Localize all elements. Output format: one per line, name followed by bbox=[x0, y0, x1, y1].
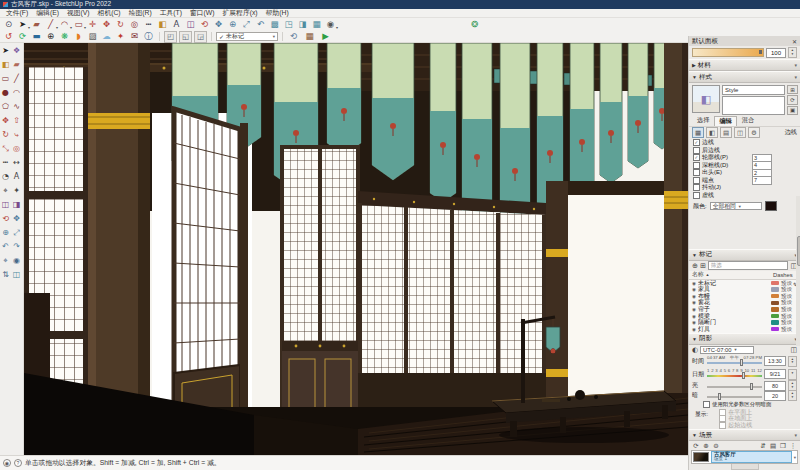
text-tool-icon[interactable]: A bbox=[170, 19, 183, 30]
checkbox-icon[interactable]: ✓ bbox=[693, 139, 700, 146]
line-tool-icon[interactable]: ╱▾ bbox=[44, 19, 57, 30]
scene-item-selected[interactable]: 古风客厅 场景 1 bbox=[711, 451, 792, 463]
utc-select[interactable]: UTC-07:00 ▼ bbox=[700, 346, 754, 354]
style-tab-混合[interactable]: 混合 bbox=[737, 115, 759, 126]
scale-tool-icon[interactable]: ⤡ bbox=[0, 142, 11, 156]
line-tool-icon[interactable]: ╱ bbox=[11, 72, 22, 86]
dark-value-field[interactable]: 20 bbox=[764, 391, 786, 401]
move-tool-icon[interactable]: ✥ bbox=[100, 19, 113, 30]
3d-text-tool-icon[interactable]: ✦ bbox=[11, 184, 22, 198]
plugin-cloud-icon[interactable]: ☁ bbox=[100, 31, 113, 42]
add-scene-icon[interactable]: ⊕ bbox=[702, 442, 710, 450]
hanging-banner[interactable] bbox=[474, 154, 480, 160]
menu-item[interactable]: 扩展程序(x) bbox=[218, 8, 261, 18]
dropdown-caret[interactable]: ▾ bbox=[336, 26, 338, 30]
spinner-control[interactable]: ▴▾ bbox=[788, 390, 797, 401]
visibility-eye-icon[interactable]: ◉ bbox=[692, 307, 696, 312]
hanging-banner[interactable] bbox=[547, 150, 553, 156]
select-tool-icon[interactable]: ➤ bbox=[0, 44, 11, 58]
tag-color-swatch[interactable] bbox=[771, 314, 779, 319]
select-tool-icon[interactable]: ➤▾ bbox=[16, 19, 29, 30]
pan-tool-icon[interactable]: ✥ bbox=[212, 19, 225, 30]
circle-tool-icon[interactable]: ● bbox=[0, 86, 11, 100]
hanging-banner[interactable] bbox=[440, 142, 446, 148]
shapes-tool-icon[interactable]: ▭▾ bbox=[72, 19, 85, 30]
tag-color-swatch[interactable] bbox=[771, 287, 779, 292]
opacity-value-field[interactable]: 100 bbox=[766, 48, 786, 58]
previous-view-icon[interactable]: ↶ bbox=[254, 19, 267, 30]
section-collapse-icon[interactable]: ▾ bbox=[794, 432, 797, 438]
arc-tool-icon[interactable]: ◠▾ bbox=[58, 19, 71, 30]
slider-handle[interactable] bbox=[742, 372, 745, 379]
layers-grid-icon[interactable]: ▦ bbox=[303, 31, 316, 42]
tag-row[interactable]: ◉灯具预设 bbox=[689, 326, 800, 333]
menu-item[interactable]: 文件(F) bbox=[2, 8, 32, 18]
push-pull-tool-icon[interactable]: ✛ bbox=[86, 19, 99, 30]
tape-measure-icon[interactable]: ┅ bbox=[0, 156, 11, 170]
scene-thumb-view-icon[interactable]: ❐ bbox=[779, 442, 787, 450]
zoom-extents-icon[interactable]: ⤢ bbox=[240, 19, 253, 30]
hanging-banner[interactable] bbox=[293, 130, 299, 136]
tag-color-swatch[interactable] bbox=[771, 301, 779, 306]
hanging-banner[interactable] bbox=[608, 130, 614, 136]
menu-item[interactable]: 编辑(E) bbox=[32, 8, 63, 18]
textured-mode-icon[interactable]: ▦ bbox=[310, 19, 323, 30]
close-icon[interactable]: ✕ bbox=[792, 38, 797, 45]
hanging-banner[interactable] bbox=[327, 88, 361, 155]
model-scene[interactable] bbox=[24, 43, 688, 455]
light-slider[interactable] bbox=[707, 381, 762, 390]
plugin-bar-icon[interactable]: ▬ bbox=[30, 31, 43, 42]
date-slider[interactable]: 123456789101112 bbox=[707, 370, 762, 379]
checkbox-icon[interactable] bbox=[693, 147, 700, 154]
tray-scrollbar[interactable] bbox=[796, 196, 800, 346]
walk-tool-icon[interactable]: ⇅ bbox=[0, 268, 11, 282]
look-around-icon[interactable]: ◉ bbox=[11, 254, 22, 268]
update-style-button[interactable]: ⟳ bbox=[787, 95, 798, 104]
refresh-icon[interactable]: ⟲ bbox=[287, 31, 300, 42]
make-component-icon[interactable]: ❖ bbox=[11, 44, 22, 58]
update-scene-icon[interactable]: ⟳ bbox=[692, 442, 700, 450]
axes-tool-icon[interactable]: ⌖ bbox=[0, 184, 11, 198]
modeling-settings-icon[interactable]: ⚙ bbox=[748, 127, 760, 138]
plugin-undo-icon[interactable]: ↺ bbox=[2, 31, 15, 42]
tag-color-swatch[interactable] bbox=[771, 307, 779, 312]
polygon-tool-icon[interactable]: ⬠ bbox=[0, 100, 11, 114]
section-collapse-icon[interactable]: ▾ bbox=[794, 74, 797, 80]
scenes-section-header[interactable]: ▼ 场景 ▾ bbox=[689, 429, 800, 441]
scene-list-view-icon[interactable]: ▤ bbox=[769, 442, 777, 450]
section-fill-icon[interactable]: ◨ bbox=[11, 198, 22, 212]
style-tab-编辑[interactable]: 编辑 bbox=[714, 116, 736, 126]
materials-section-header[interactable]: ▶ 材料 ▾ bbox=[689, 59, 800, 71]
add-tag-folder-icon[interactable]: ⊞ bbox=[700, 262, 706, 270]
tag-color-swatch[interactable] bbox=[771, 294, 779, 299]
tags-dashes-column[interactable]: Dashes bbox=[773, 272, 797, 278]
style-tab-选择[interactable]: 选择 bbox=[692, 115, 714, 126]
time-slider[interactable]: 04:37 AM 中午 07:28 PM bbox=[707, 357, 762, 366]
run-icon[interactable]: ▶ bbox=[319, 31, 332, 42]
shadow-toggle-icon[interactable]: ◐ bbox=[692, 346, 698, 354]
slider-handle[interactable] bbox=[759, 50, 762, 54]
plugin-mail-icon[interactable]: ✉ bbox=[128, 31, 141, 42]
style-description-box[interactable] bbox=[722, 96, 785, 115]
tray-bottom-tab[interactable] bbox=[731, 464, 759, 470]
tag-color-swatch[interactable] bbox=[771, 327, 779, 332]
orbit-tool-icon[interactable]: ⟲ bbox=[0, 212, 11, 226]
previous-view-icon[interactable]: ↶ bbox=[0, 240, 11, 254]
scene-scroll-icon[interactable]: ▾ bbox=[794, 455, 796, 460]
edge-settings-icon[interactable]: ▦ bbox=[692, 127, 704, 138]
edge-color-swatch[interactable] bbox=[765, 201, 777, 211]
remove-scene-icon[interactable]: ⊖ bbox=[712, 442, 720, 450]
plugin-star-icon[interactable]: ✦ bbox=[114, 31, 127, 42]
orbit-tool-icon[interactable]: ⟲ bbox=[198, 19, 211, 30]
pan-tool-icon[interactable]: ✥ bbox=[11, 212, 22, 226]
hanging-banner[interactable] bbox=[390, 123, 396, 129]
push-pull-tool-icon[interactable]: ⇧ bbox=[11, 114, 22, 128]
shadow-details-icon[interactable]: ◫ bbox=[790, 346, 797, 354]
menu-item[interactable]: 窗口(W) bbox=[186, 8, 219, 18]
checkbox-icon[interactable] bbox=[693, 162, 700, 169]
rotate-tool-icon[interactable]: ↻ bbox=[114, 19, 127, 30]
section-display-icon[interactable]: ◫ bbox=[11, 268, 22, 282]
visibility-eye-icon[interactable]: ◉ bbox=[692, 287, 696, 292]
hanging-banner[interactable] bbox=[372, 98, 414, 180]
spinner-control[interactable]: ▴▾ bbox=[788, 356, 797, 367]
